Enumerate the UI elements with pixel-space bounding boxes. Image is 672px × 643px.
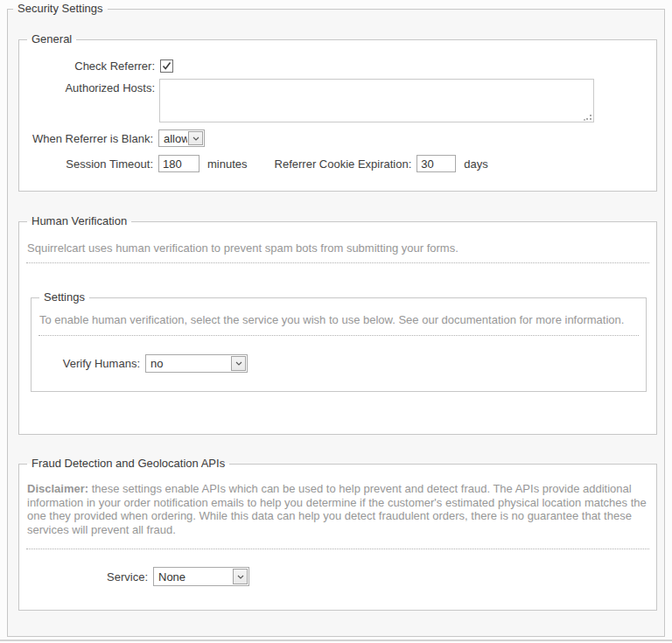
verify-humans-label: Verify Humans: [32, 357, 140, 370]
chevron-down-icon [233, 569, 248, 584]
chevron-down-icon [188, 131, 203, 145]
check-icon [161, 60, 172, 72]
verification-settings-title: Settings [39, 290, 89, 304]
session-timeout-unit: minutes [207, 157, 248, 171]
fraud-disclaimer: Disclaimer: these settings enable APIs w… [27, 482, 648, 536]
footer-divider [0, 640, 672, 641]
verify-humans-row: Verify Humans: no [32, 354, 646, 373]
referrer-cookie-input[interactable] [416, 155, 456, 172]
service-select[interactable]: None [153, 567, 249, 586]
session-timeout-label: Session Timeout: [19, 157, 153, 171]
referrer-cookie-unit: days [464, 157, 487, 171]
check-referrer-checkbox[interactable] [160, 59, 173, 73]
timeout-row: Session Timeout: minutes Referrer Cookie… [19, 155, 656, 172]
service-label: Service: [19, 570, 148, 584]
fraud-disclaimer-label: Disclaimer: [27, 482, 88, 495]
referrer-blank-row: When Referrer is Blank: allow [19, 129, 656, 147]
verify-humans-value: no [146, 357, 230, 370]
general-section-title: General [27, 32, 76, 46]
human-verification-description: Squirrelcart uses human verification to … [27, 241, 648, 255]
human-verification-title: Human Verification [27, 214, 131, 228]
divider [38, 335, 639, 336]
service-row: Service: None [19, 567, 656, 586]
authorized-hosts-textarea[interactable] [159, 79, 594, 122]
fraud-detection-title: Fraud Detection and Geolocation APIs [27, 457, 229, 471]
session-timeout-input[interactable] [158, 155, 200, 172]
chevron-down-icon [231, 356, 246, 371]
verification-settings-description: To enable human verification, select the… [39, 313, 638, 327]
page-title: Security Settings [13, 2, 108, 16]
divider [26, 549, 649, 549]
fraud-disclaimer-text: these settings enable APIs which can be … [27, 482, 647, 536]
referrer-blank-label: When Referrer is Blank: [19, 132, 153, 145]
divider [26, 262, 649, 263]
service-value: None [154, 570, 232, 584]
referrer-blank-value: allow [159, 132, 187, 145]
verify-humans-select[interactable]: no [145, 354, 248, 373]
referrer-cookie-label: Referrer Cookie Expiration: [275, 157, 412, 171]
verification-settings-section: Settings To enable human verification, s… [31, 297, 647, 392]
general-section: General Check Referrer: Authorized Hosts… [18, 39, 657, 192]
check-referrer-label: Check Referrer: [19, 59, 155, 73]
authorized-hosts-label: Authorized Hosts: [19, 79, 155, 94]
human-verification-section: Human Verification Squirrelcart uses hum… [18, 221, 657, 435]
fraud-detection-section: Fraud Detection and Geolocation APIs Dis… [18, 464, 657, 611]
check-referrer-row: Check Referrer: [19, 58, 656, 73]
referrer-blank-select[interactable]: allow [158, 129, 205, 147]
security-settings-panel: Security Settings General Check Referrer… [7, 9, 665, 637]
